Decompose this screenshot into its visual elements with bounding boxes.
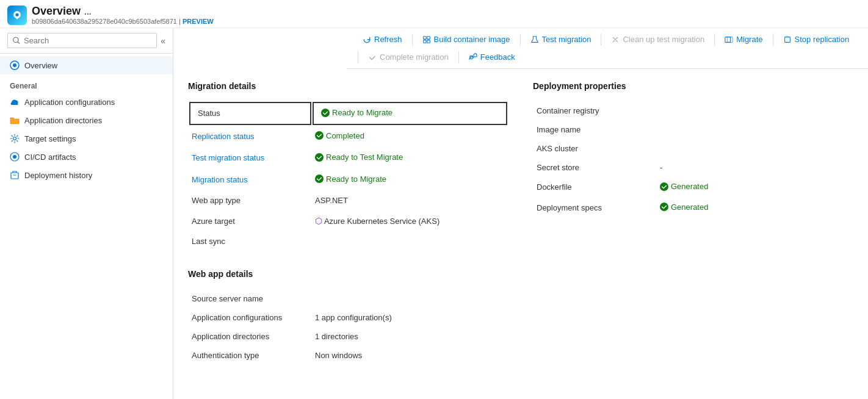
test-migration-status-value: Ready to Test Migrate [315, 153, 403, 162]
migration-status-label[interactable]: Migration status [192, 175, 248, 184]
search-box[interactable] [7, 33, 157, 48]
migrate-button[interactable]: Migrate [718, 32, 769, 47]
migration-status-value: Ready to Migrate [315, 174, 386, 184]
sidebar: « Overview General Application configura… [0, 28, 173, 399]
general-section-label: General [0, 74, 173, 93]
replication-status-value: Completed [315, 131, 364, 140]
svg-rect-8 [427, 36, 429, 38]
build-container-image-button[interactable]: Build container image [416, 32, 516, 47]
refresh-button[interactable]: Refresh [356, 32, 408, 47]
refresh-icon [363, 35, 371, 44]
svg-point-0 [16, 13, 19, 16]
app-dirs-label: Application directories [189, 328, 311, 345]
secret-store-row: Secret store - [534, 159, 852, 176]
divider-4 [714, 34, 715, 46]
status-value: Ready to Migrate [313, 102, 507, 125]
auth-type-value: Non windows [313, 347, 507, 364]
sidebar-item-deployment-history[interactable]: Deployment history [0, 166, 173, 184]
app-icon [7, 5, 27, 25]
source-server-row: Source server name [189, 290, 507, 307]
source-server-label: Source server name [189, 290, 311, 307]
cloud-icon [10, 97, 20, 107]
aks-icon [315, 216, 322, 226]
dockerfile-badge: Generated [660, 182, 708, 191]
sidebar-item-application-directories[interactable]: Application directories [0, 111, 173, 129]
divider-1 [412, 34, 413, 46]
feedback-icon [469, 53, 477, 62]
status-label: Status [189, 102, 311, 125]
box-icon [10, 170, 20, 180]
app-configs-label: Application configurations [189, 309, 311, 326]
folder-icon [10, 115, 20, 125]
svg-rect-10 [427, 40, 429, 42]
deployment-properties-section: Deployment properties Container registry… [533, 81, 853, 365]
app-dirs-row: Application directories 1 directories [189, 328, 507, 345]
stop-icon [783, 35, 792, 44]
last-sync-row: Last sync [189, 232, 507, 251]
divider-7 [458, 51, 459, 63]
app-configs-row: Application configurations 1 app configu… [189, 309, 507, 326]
sidebar-item-target-settings[interactable]: Target settings [0, 129, 173, 148]
test-migration-status-label[interactable]: Test migration status [192, 153, 264, 162]
complete-migration-button[interactable]: Complete migration [362, 49, 455, 65]
web-app-type-label: Web app type [189, 191, 311, 210]
auth-type-label: Authentication type [189, 347, 311, 364]
deployment-specs-badge: Generated [660, 203, 708, 212]
content-area: Migration details Status Ready to Migrat… [173, 69, 868, 399]
test-migration-status-row: Test migration status Ready to Test Migr… [189, 148, 507, 168]
gear-icon [10, 134, 20, 143]
secret-store-label: Secret store [534, 159, 656, 176]
divider-6 [358, 51, 358, 63]
replication-status-row: Replication status Completed [189, 126, 507, 147]
sidebar-item-overview[interactable]: Overview [0, 56, 173, 74]
dockerfile-label: Dockerfile [534, 178, 656, 197]
migrate-icon [725, 35, 733, 44]
status-badge: Ready to Migrate [321, 108, 392, 117]
cleanup-icon [611, 35, 620, 44]
svg-rect-12 [728, 37, 733, 42]
sidebar-item-cicd-artifacts[interactable]: CI/CD artifacts [0, 148, 173, 166]
last-sync-label: Last sync [189, 232, 311, 251]
azure-target-label: Azure target [189, 211, 311, 231]
azure-target-row: Azure target Azure Kubernetes Service (A… [189, 211, 507, 231]
stop-replication-button[interactable]: Stop replication [777, 32, 856, 47]
sidebar-search-area: « [0, 28, 173, 54]
migration-status-row: Migration status Ready to Migrate [189, 170, 507, 190]
search-icon [13, 37, 20, 45]
search-input[interactable] [24, 36, 151, 45]
ellipsis-menu[interactable]: ... [84, 7, 92, 16]
web-app-details-section: Web app details Source server name Appli… [188, 269, 508, 365]
svg-point-4 [13, 137, 16, 140]
migration-details-section: Migration details Status Ready to Migrat… [188, 81, 508, 365]
sidebar-item-application-configurations[interactable]: Application configurations [0, 93, 173, 111]
deployment-properties-title: Deployment properties [533, 81, 853, 91]
toolbar: Refresh Build container image Tes [347, 28, 868, 69]
deployment-specs-label: Deployment specs [534, 198, 656, 218]
divider-2 [520, 34, 521, 46]
svg-rect-13 [784, 37, 790, 42]
replication-status-label[interactable]: Replication status [192, 132, 255, 141]
resource-id: b09806da640638a295278e040c9b6503afef5871… [32, 18, 214, 25]
dockerfile-value: Generated [657, 178, 852, 197]
image-name-row: Image name [534, 121, 852, 138]
main-layout: « Overview General Application configura… [0, 28, 868, 399]
cleanup-test-migration-button[interactable]: Clean up test migration [605, 32, 711, 47]
container-registry-row: Container registry [534, 102, 852, 120]
svg-point-1 [13, 37, 18, 42]
migration-details-title: Migration details [188, 81, 508, 91]
title-info: Overview ... b09806da640638a295278e040c9… [32, 5, 214, 25]
collapse-sidebar-button[interactable]: « [161, 36, 165, 46]
svg-rect-9 [423, 40, 425, 42]
svg-point-14 [474, 53, 477, 56]
feedback-button[interactable]: Feedback [463, 49, 521, 65]
container-registry-value [657, 102, 852, 120]
deployment-specs-row: Deployment specs Generated [534, 198, 852, 218]
app-dirs-value: 1 directories [313, 328, 507, 345]
svg-point-3 [13, 63, 16, 67]
test-migration-button[interactable]: Test migration [524, 32, 598, 47]
web-app-details-title: Web app details [188, 269, 508, 279]
deployment-specs-value: Generated [657, 198, 852, 218]
web-app-details-table: Source server name Application configura… [188, 289, 508, 365]
cicd-icon [10, 152, 20, 162]
complete-icon [368, 53, 377, 62]
